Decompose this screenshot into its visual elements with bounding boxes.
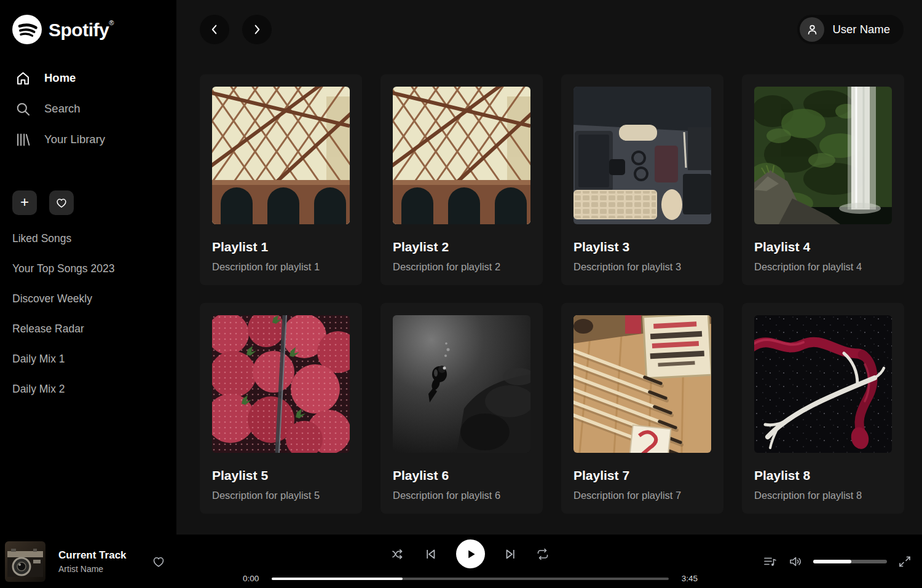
album-art	[5, 541, 45, 582]
library-icon	[15, 131, 31, 148]
playlist-card[interactable]: Playlist 7 Description for playlist 7	[561, 303, 723, 514]
playlist-description: Description for playlist 3	[573, 261, 711, 273]
progress-bar[interactable]	[272, 578, 669, 580]
sidebar-item-label: Search	[44, 102, 81, 116]
user-menu-button[interactable]: User Name	[797, 15, 904, 44]
sidebar-playlist-item[interactable]: Discover Weekly	[12, 284, 164, 314]
queue-button[interactable]	[763, 554, 778, 569]
playlist-description: Description for playlist 7	[573, 490, 711, 501]
sidebar-playlists: Liked Songs Your Top Songs 2023 Discover…	[12, 224, 164, 404]
user-name: User Name	[832, 23, 890, 36]
playlist-description: Description for playlist 6	[393, 490, 530, 501]
track-info: Current Track Artist Name	[58, 549, 127, 574]
volume-button[interactable]	[788, 554, 803, 569]
track-artist: Artist Name	[58, 564, 127, 574]
cover-art-strawberries	[212, 315, 350, 453]
volume-fill	[813, 560, 851, 563]
playlist-card[interactable]: Playlist 1 Description for playlist 1	[200, 74, 362, 285]
plus-icon: +	[20, 195, 29, 210]
sidebar: Spotify® Home Search Your Librar	[0, 0, 176, 535]
progress-row: 0:00 3:45	[243, 574, 698, 583]
topbar: User Name	[200, 15, 904, 44]
liked-songs-button[interactable]	[49, 190, 74, 215]
heart-icon	[151, 554, 166, 569]
next-button[interactable]	[503, 547, 518, 562]
like-track-button[interactable]	[151, 554, 166, 569]
sidebar-playlist-item[interactable]: Liked Songs	[12, 224, 164, 254]
sidebar-item-your-library[interactable]: Your Library	[12, 124, 164, 155]
spotify-logo-icon	[12, 15, 42, 44]
sidebar-item-home[interactable]: Home	[12, 63, 164, 93]
volume-slider[interactable]	[813, 560, 887, 563]
track-title: Current Track	[58, 549, 127, 562]
sidebar-playlist-item[interactable]: Daily Mix 1	[12, 344, 164, 374]
progress-fill	[272, 578, 403, 580]
chevron-left-icon	[208, 23, 221, 36]
playlist-title: Playlist 5	[212, 468, 350, 483]
play-icon	[462, 546, 478, 562]
brand-name: Spotify®	[49, 19, 114, 41]
cover-art-waterfall	[754, 87, 892, 224]
playlist-title: Playlist 3	[573, 240, 711, 254]
app-window: Spotify® Home Search Your Librar	[0, 0, 922, 535]
previous-button[interactable]	[424, 547, 438, 562]
skip-previous-icon	[424, 547, 438, 562]
main-content: User Name	[176, 0, 922, 535]
sidebar-item-search[interactable]: Search	[12, 93, 164, 124]
search-icon	[15, 101, 31, 117]
sidebar-actions: +	[12, 190, 164, 215]
sidebar-playlist-item[interactable]: Daily Mix 2	[12, 374, 164, 404]
playlist-description: Description for playlist 4	[754, 261, 892, 273]
fullscreen-button[interactable]	[897, 554, 912, 569]
playlist-title: Playlist 7	[573, 468, 711, 483]
shuffle-button[interactable]	[391, 547, 406, 562]
player-right	[738, 554, 922, 569]
play-button[interactable]	[456, 539, 485, 568]
playlist-card[interactable]: Playlist 5 Description for playlist 5	[200, 303, 362, 514]
cover-art-underwater-diver	[393, 315, 530, 453]
playlist-title: Playlist 8	[754, 468, 892, 483]
heart-icon	[55, 196, 68, 210]
cover-art-steel-truss	[212, 87, 350, 224]
playlist-description: Description for playlist 1	[212, 261, 350, 273]
skip-next-icon	[503, 547, 518, 562]
playlist-description: Description for playlist 8	[754, 490, 892, 501]
playlist-description: Description for playlist 5	[212, 490, 350, 501]
now-playing: Current Track Artist Name	[0, 541, 203, 582]
total-time: 3:45	[677, 574, 698, 583]
spotify-logo: Spotify®	[12, 15, 164, 44]
shuffle-icon	[391, 547, 406, 562]
queue-icon	[763, 554, 778, 569]
cover-art-antler	[754, 315, 892, 453]
forward-button[interactable]	[242, 15, 272, 44]
sidebar-playlist-item[interactable]: Release Radar	[12, 314, 164, 344]
cover-art-rulers	[573, 315, 711, 453]
playlist-card[interactable]: Playlist 6 Description for playlist 6	[380, 303, 543, 514]
playback-controls	[391, 539, 550, 568]
volume-icon	[788, 554, 803, 569]
history-nav	[200, 15, 272, 44]
sidebar-item-label: Your Library	[44, 133, 105, 146]
playlist-card[interactable]: Playlist 8 Description for playlist 8	[742, 303, 904, 514]
playlist-card[interactable]: Playlist 2 Description for playlist 2	[380, 74, 543, 285]
playlist-title: Playlist 4	[754, 240, 892, 254]
sidebar-item-label: Home	[44, 71, 76, 85]
back-button[interactable]	[200, 15, 229, 44]
repeat-button[interactable]	[535, 547, 550, 562]
sidebar-nav: Home Search Your Library	[12, 63, 164, 155]
playlist-grid: Playlist 1 Description for playlist 1	[200, 74, 904, 514]
current-time: 0:00	[243, 574, 264, 583]
playlist-title: Playlist 6	[393, 468, 530, 483]
create-playlist-button[interactable]: +	[12, 190, 37, 215]
playlist-card[interactable]: Playlist 4 Description for playlist 4	[742, 74, 904, 285]
sidebar-playlist-item[interactable]: Your Top Songs 2023	[12, 254, 164, 284]
home-icon	[15, 70, 31, 87]
playlist-title: Playlist 1	[212, 240, 350, 254]
avatar	[800, 17, 824, 42]
repeat-icon	[535, 547, 550, 562]
chevron-right-icon	[250, 23, 264, 36]
cover-art-desk	[573, 87, 711, 224]
playlist-card[interactable]: Playlist 3 Description for playlist 3	[561, 74, 723, 285]
cover-art-steel-truss	[393, 87, 530, 224]
player-center: 0:00 3:45	[203, 539, 738, 583]
